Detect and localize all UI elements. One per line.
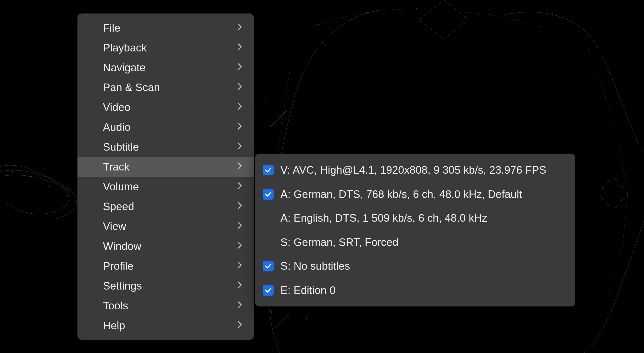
menu-item-label: Volume	[103, 181, 139, 193]
track-item-label: A: German, DTS, 768 kb/s, 6 ch, 48.0 kHz…	[280, 188, 566, 200]
chevron-right-icon	[237, 281, 242, 291]
chevron-right-icon	[237, 102, 242, 112]
chevron-right-icon	[237, 43, 242, 53]
menu-item-audio[interactable]: Audio	[78, 117, 254, 137]
chevron-right-icon	[237, 162, 242, 172]
menu-item-label: Video	[103, 101, 130, 113]
chevron-right-icon	[237, 301, 242, 311]
checkbox-slot	[263, 189, 280, 200]
chevron-right-icon	[237, 221, 242, 232]
track-item-label: S: German, SRT, Forced	[280, 236, 566, 248]
menu-item-label: Help	[103, 320, 125, 332]
chevron-right-icon	[237, 82, 242, 93]
checkbox-checked-icon	[263, 165, 274, 175]
svg-line-28	[343, 12, 368, 17]
svg-line-30	[392, 8, 417, 10]
menu-item-label: Pan & Scan	[103, 81, 160, 94]
menu-item-settings[interactable]: Settings	[78, 276, 254, 296]
svg-point-25	[330, 338, 332, 339]
menu-item-window[interactable]: Window	[78, 236, 254, 256]
track-item-label: V: AVC, High@L4.1, 1920x808, 9 305 kb/s,…	[280, 164, 566, 176]
checkbox-checked-icon	[263, 189, 274, 200]
chevron-right-icon	[237, 122, 242, 132]
track-item[interactable]: A: German, DTS, 768 kb/s, 6 ch, 48.0 kHz…	[255, 182, 575, 206]
track-item-label: S: No subtitles	[280, 260, 566, 272]
menu-item-label: Tools	[103, 300, 128, 312]
menu-item-label: File	[103, 22, 120, 34]
chevron-right-icon	[237, 261, 242, 271]
menu-item-profile[interactable]: Profile	[78, 256, 254, 276]
svg-line-39	[606, 98, 620, 147]
checkbox-slot	[263, 165, 280, 175]
menu-item-label: Track	[103, 161, 130, 173]
track-item-label: E: Edition 0	[280, 284, 566, 296]
menu-item-label: Profile	[103, 260, 134, 272]
chevron-right-icon	[237, 321, 242, 331]
chevron-right-icon	[237, 201, 242, 212]
context-menu: FilePlaybackNavigatePan & ScanVideoAudio…	[78, 13, 254, 340]
checkbox-slot	[263, 285, 280, 296]
track-item[interactable]: E: Edition 0	[255, 278, 575, 302]
menu-item-video[interactable]: Video	[78, 97, 254, 117]
menu-item-label: View	[103, 220, 126, 233]
svg-line-31	[466, 12, 490, 15]
menu-item-label: Settings	[103, 280, 142, 292]
menu-item-view[interactable]: View	[78, 216, 254, 236]
menu-item-speed[interactable]: Speed	[78, 196, 254, 216]
menu-item-label: Navigate	[103, 61, 146, 74]
menu-item-help[interactable]: Help	[78, 316, 254, 335]
checkbox-checked-icon	[263, 261, 274, 271]
menu-item-label: Audio	[103, 121, 131, 133]
chevron-right-icon	[237, 62, 242, 73]
track-item-label: A: English, DTS, 1 509 kb/s, 6 ch, 48.0 …	[280, 212, 566, 224]
menu-item-volume[interactable]: Volume	[78, 177, 254, 196]
checkbox-slot	[263, 261, 280, 271]
menu-item-subtitle[interactable]: Subtitle	[78, 137, 254, 157]
checkbox-checked-icon	[263, 285, 274, 296]
menu-item-tools[interactable]: Tools	[78, 296, 254, 316]
chevron-right-icon	[237, 142, 242, 152]
svg-line-38	[588, 49, 606, 98]
menu-item-label: Playback	[103, 42, 147, 54]
chevron-right-icon	[237, 23, 242, 33]
svg-line-41	[623, 196, 628, 245]
menu-item-playback[interactable]: Playback	[78, 38, 254, 57]
svg-line-40	[620, 147, 628, 196]
menu-item-label: Window	[103, 240, 142, 252]
svg-point-2	[48, 186, 50, 187]
svg-point-3	[66, 195, 67, 196]
chevron-right-icon	[237, 182, 242, 192]
track-item[interactable]: A: English, DTS, 1 509 kb/s, 6 ch, 48.0 …	[255, 206, 575, 230]
menu-item-navigate[interactable]: Navigate	[78, 57, 254, 77]
track-submenu: V: AVC, High@L4.1, 1920x808, 9 305 kb/s,…	[255, 154, 575, 307]
chevron-right-icon	[237, 241, 242, 251]
svg-line-32	[490, 15, 515, 19]
menu-item-label: Speed	[103, 200, 134, 213]
svg-line-42	[608, 245, 623, 294]
track-item[interactable]: S: German, SRT, Forced	[255, 230, 575, 254]
track-item[interactable]: S: No subtitles	[255, 254, 575, 278]
svg-point-1	[29, 176, 30, 177]
track-item[interactable]: V: AVC, High@L4.1, 1920x808, 9 305 kb/s,…	[255, 158, 575, 182]
svg-line-27	[319, 17, 343, 24]
menu-item-track[interactable]: Track	[78, 157, 254, 177]
svg-point-26	[576, 338, 576, 339]
menu-item-label: Subtitle	[103, 141, 139, 153]
svg-line-34	[282, 73, 289, 122]
svg-line-33	[515, 19, 539, 27]
menu-item-pan-scan[interactable]: Pan & Scan	[78, 77, 254, 97]
svg-point-0	[12, 171, 13, 172]
menu-item-file[interactable]: File	[78, 18, 254, 38]
svg-point-24	[306, 318, 307, 319]
